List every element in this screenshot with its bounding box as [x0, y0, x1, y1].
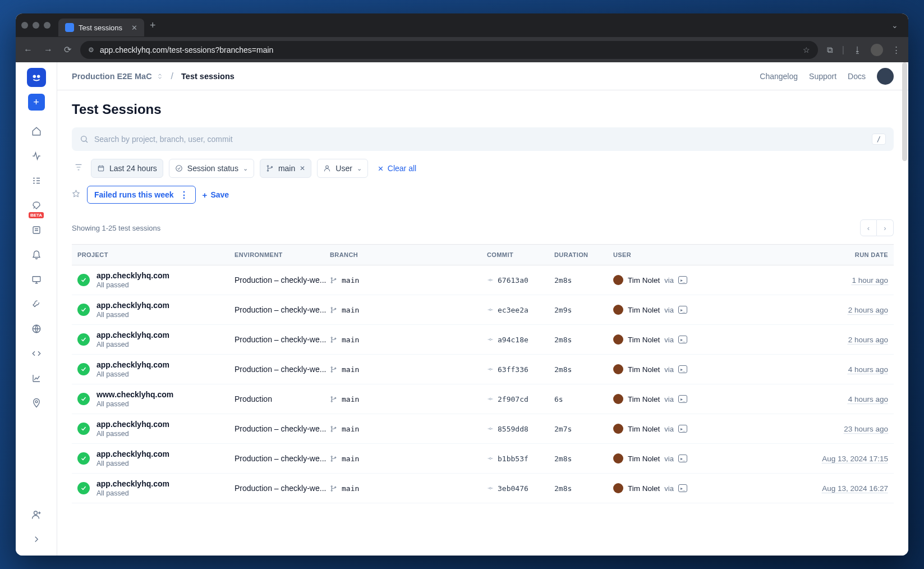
col-user[interactable]: USER	[613, 251, 703, 258]
sidebar-checks-icon[interactable]	[26, 170, 47, 191]
link-support[interactable]: Support	[809, 72, 836, 81]
sidebar-sessions-icon[interactable]	[26, 219, 47, 241]
commit-hash: b1bb53f	[498, 455, 528, 463]
table-row[interactable]: app.checklyhq.com All passed Production …	[72, 444, 894, 474]
close-tab-icon[interactable]: ✕	[131, 24, 137, 32]
user-avatar-small	[613, 394, 623, 404]
svg-point-10	[267, 166, 268, 167]
profile-avatar[interactable]	[871, 44, 883, 56]
new-tab-button[interactable]: +	[150, 20, 156, 31]
sidebar-locations-icon[interactable]	[26, 392, 47, 414]
branch-name: main	[342, 336, 359, 344]
extensions-icon[interactable]: ⧉	[825, 43, 835, 57]
create-button[interactable]: +	[28, 94, 45, 111]
project-name: app.checklyhq.com	[96, 360, 169, 369]
svg-point-25	[490, 339, 491, 341]
user-avatar[interactable]	[877, 68, 894, 85]
page-next-button[interactable]: ›	[877, 219, 894, 236]
col-branch[interactable]: BRANCH	[330, 251, 487, 258]
col-environment[interactable]: ENVIRONMENT	[235, 251, 330, 258]
site-info-icon[interactable]: ⚙	[88, 46, 94, 54]
commit-hash: ec3ee2a	[498, 306, 528, 314]
col-commit[interactable]: COMMIT	[487, 251, 554, 258]
col-run-date[interactable]: RUN DATE	[703, 251, 888, 258]
status-passed-icon	[77, 274, 90, 286]
filter-branch[interactable]: main ✕	[260, 159, 311, 178]
browser-tab[interactable]: Test sessions ✕	[58, 19, 144, 36]
scrollbar[interactable]	[902, 62, 907, 161]
breadcrumb-project[interactable]: Production E2E MaC	[72, 72, 163, 81]
user-avatar-small	[613, 364, 623, 374]
table-row[interactable]: www.checklyhq.com All passed Production …	[72, 384, 894, 414]
page-prev-button[interactable]: ‹	[860, 219, 877, 236]
table-row[interactable]: app.checklyhq.com All passed Production …	[72, 265, 894, 295]
table-row[interactable]: app.checklyhq.com All passed Production …	[72, 414, 894, 444]
link-changelog[interactable]: Changelog	[760, 72, 798, 81]
sidebar-invite-icon[interactable]	[26, 504, 47, 525]
project-name: app.checklyhq.com	[96, 331, 169, 339]
filter-time-label: Last 24 hours	[109, 164, 157, 173]
col-project[interactable]: PROJECT	[77, 251, 235, 258]
back-button[interactable]: ←	[21, 43, 35, 57]
status-passed-icon	[77, 363, 90, 375]
tabs-dropdown-icon[interactable]: ⌄	[887, 19, 903, 32]
sidebar-analytics-icon[interactable]	[26, 368, 47, 389]
user-name: Tim Nolet	[628, 425, 660, 433]
filter-time[interactable]: Last 24 hours	[91, 159, 163, 178]
window-controls[interactable]	[21, 22, 50, 29]
status-passed-icon	[77, 393, 90, 405]
bookmark-icon[interactable]: ☆	[803, 45, 810, 54]
project-status: All passed	[96, 341, 169, 348]
saved-filter-menu-icon[interactable]: ⋮	[180, 190, 189, 200]
search-input[interactable]	[94, 135, 866, 144]
browser-toolbar: ← → ⟳ ⚙ app.checklyhq.com/test-sessions?…	[16, 37, 908, 62]
commit-icon	[487, 455, 494, 462]
remove-filter-icon[interactable]: ✕	[300, 164, 305, 172]
filter-user[interactable]: User ⌄	[317, 159, 368, 178]
save-filter-button[interactable]: + Save	[203, 190, 229, 200]
browser-menu-icon[interactable]: ⋮	[890, 43, 903, 57]
via-label: via	[664, 425, 674, 433]
reload-button[interactable]: ⟳	[62, 42, 73, 57]
link-docs[interactable]: Docs	[848, 72, 866, 81]
address-bar[interactable]: ⚙ app.checklyhq.com/test-sessions?branch…	[80, 41, 818, 59]
forward-button[interactable]: →	[42, 43, 55, 57]
sidebar-globe-icon[interactable]	[26, 318, 47, 339]
via-label: via	[664, 306, 674, 314]
environment-text: Production – checkly-we...	[235, 484, 326, 493]
sidebar-dashboards-icon[interactable]	[26, 269, 47, 290]
run-date: Aug 13, 2024 17:15	[822, 455, 888, 463]
table-row[interactable]: app.checklyhq.com All passed Production …	[72, 474, 894, 503]
sidebar-code-icon[interactable]	[26, 343, 47, 364]
via-label: via	[664, 336, 674, 344]
filter-status-label: Session status	[187, 164, 238, 173]
svg-point-15	[331, 282, 332, 283]
project-status: All passed	[96, 430, 169, 438]
sidebar-activity-icon[interactable]	[26, 145, 47, 167]
filter-status[interactable]: Session status ⌄	[169, 159, 254, 178]
sidebar-collapse-icon[interactable]	[26, 529, 47, 550]
app-logo[interactable]	[27, 68, 46, 87]
clear-all-button[interactable]: Clear all	[377, 164, 416, 173]
col-duration[interactable]: DURATION	[554, 251, 613, 258]
saved-filter-label: Failed runs this week	[94, 190, 174, 199]
filter-icon[interactable]	[72, 160, 85, 176]
sidebar-maintenance-icon[interactable]	[26, 293, 47, 315]
table-row[interactable]: app.checklyhq.com All passed Production …	[72, 325, 894, 355]
svg-point-17	[490, 279, 491, 281]
downloads-icon[interactable]: ⭳	[851, 43, 864, 57]
table-row[interactable]: app.checklyhq.com All passed Production …	[72, 355, 894, 384]
sidebar-rocket-icon[interactable]: BETA	[26, 195, 47, 216]
breadcrumb-separator: /	[171, 71, 173, 81]
environment-text: Production	[235, 394, 272, 403]
table-row[interactable]: app.checklyhq.com All passed Production …	[72, 295, 894, 325]
commit-hash: a94c18e	[498, 336, 528, 344]
plus-icon: +	[203, 190, 208, 200]
search-box[interactable]: /	[72, 127, 894, 151]
sidebar-alerts-icon[interactable]	[26, 244, 47, 265]
sidebar-home-icon[interactable]	[26, 121, 47, 142]
branch-icon	[330, 425, 337, 433]
saved-filter[interactable]: Failed runs this week ⋮	[87, 186, 196, 204]
save-filter-label: Save	[210, 190, 229, 199]
chevron-down-icon: ⌄	[357, 165, 362, 172]
